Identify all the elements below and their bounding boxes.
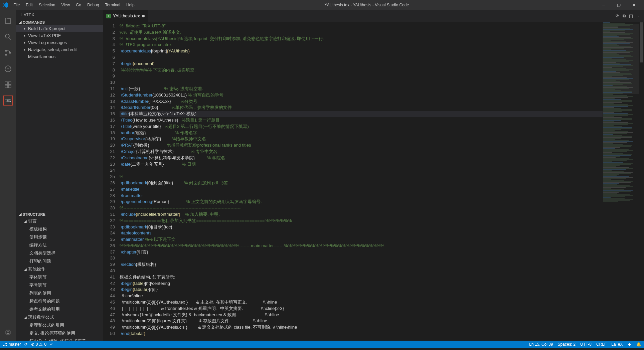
extensions-icon[interactable] [0, 77, 16, 93]
commands-section-header[interactable]: ◢COMMANDS [16, 19, 103, 25]
structure-section-header[interactable]: ◢STRUCTURE [16, 211, 103, 217]
status-feedback-icon[interactable]: ☻ [627, 342, 632, 347]
structure-item[interactable]: ◢玩转数学公式 [16, 313, 103, 321]
structure-item[interactable]: 字号调节 [16, 281, 103, 289]
structure-item[interactable]: 列表的使用 [16, 289, 103, 297]
structure-item[interactable]: 标点符号的问题 [16, 297, 103, 305]
svg-rect-7 [5, 82, 8, 84]
code-editor[interactable]: 1234567891011121314151617181920212223242… [103, 22, 644, 341]
status-sync[interactable]: ⟳ [24, 342, 28, 347]
debug-icon[interactable] [0, 61, 16, 77]
search-icon[interactable] [0, 29, 16, 45]
vscode-logo-icon [3, 2, 8, 8]
svg-rect-8 [8, 82, 11, 84]
code-content[interactable]: % !Mode:: "TeX:UTF-8"%% 请使用 XeLaTeX 编译本文… [120, 22, 603, 341]
structure-item[interactable]: ◢其他操作 [16, 265, 103, 273]
structure-item[interactable]: 定理和公式的引用 [16, 321, 103, 329]
split-editor-icon[interactable]: ◫ [629, 13, 633, 18]
tab-dirty-icon[interactable] [142, 15, 145, 17]
status-indent[interactable]: Spaces: 2 [558, 342, 576, 347]
status-language[interactable]: LaTeX [611, 342, 623, 347]
status-branch[interactable]: ⎇ master [3, 342, 21, 347]
cmd-navigate[interactable]: ▸Navigate, select, and edit [16, 46, 103, 53]
menu-file[interactable]: File [11, 1, 22, 9]
svg-rect-9 [5, 85, 8, 88]
status-eol[interactable]: CRLF [596, 342, 607, 347]
vertical-scrollbar[interactable] [639, 22, 644, 341]
menu-edit[interactable]: Edit [23, 1, 35, 9]
menu-terminal[interactable]: Terminal [103, 1, 123, 9]
line-numbers: 1234567891011121314151617181920212223242… [103, 22, 120, 341]
sidebar-title: LATEX [16, 10, 103, 19]
structure-item[interactable]: ◢引言 [16, 217, 103, 225]
structure-item[interactable]: 编译方法 [16, 241, 103, 249]
minimap[interactable] [603, 22, 639, 341]
svg-point-3 [5, 54, 7, 55]
menu-help[interactable]: Help [124, 1, 137, 9]
structure-item[interactable]: 字体调节 [16, 273, 103, 281]
menu-selection[interactable]: Selection [36, 1, 58, 9]
status-problems[interactable]: ⊘ 0 ⚠ 0 [31, 342, 46, 347]
structure-item[interactable]: 模板结构 [16, 225, 103, 233]
svg-point-2 [5, 50, 7, 51]
structure-header-label: STRUCTURE [23, 212, 45, 216]
status-cursor[interactable]: Ln 15, Col 39 [529, 342, 553, 347]
window-title: YAUthesis.tex - YAUthesis - Visual Studi… [137, 3, 596, 7]
menu-debug[interactable]: Debug [85, 1, 102, 9]
svg-rect-10 [8, 85, 11, 88]
structure-item[interactable]: 参考文献的引用 [16, 305, 103, 313]
settings-gear-icon[interactable] [0, 325, 16, 341]
menu-view[interactable]: View [58, 1, 72, 9]
cmd-view-pdf[interactable]: ▸View LaTeX PDF [16, 32, 103, 39]
open-changes-icon[interactable]: ⧉ [623, 13, 626, 19]
explorer-icon[interactable] [0, 13, 16, 29]
cmd-build[interactable]: ▸Build LaTeX project [16, 25, 103, 32]
tab-label: YAUthesis.tex [113, 13, 140, 18]
latex-workshop-icon[interactable]: TEX [3, 96, 13, 106]
svg-point-6 [8, 68, 8, 69]
svg-line-1 [9, 38, 11, 40]
structure-item[interactable]: 行内公式, 矩阵, 多行公式栗子 [16, 337, 103, 341]
status-encoding[interactable]: UTF-8 [580, 342, 592, 347]
tex-file-icon: T [106, 14, 111, 18]
svg-point-0 [5, 34, 9, 38]
svg-point-11 [7, 332, 9, 334]
status-bell-icon[interactable]: 🔔 [636, 342, 641, 347]
tab-yauthesis[interactable]: T YAUthesis.tex [103, 10, 148, 22]
compare-changes-icon[interactable]: ⟳ [616, 13, 619, 18]
cmd-view-log[interactable]: ▸View Log messages [16, 39, 103, 46]
menu-go[interactable]: Go [73, 1, 84, 9]
source-control-icon[interactable] [0, 45, 16, 61]
cmd-misc[interactable]: Miscellaneous [16, 53, 103, 60]
maximize-button[interactable]: ▢ [611, 0, 626, 10]
structure-item[interactable]: 定义, 推论等环境的使用 [16, 329, 103, 337]
minimize-button[interactable]: ─ [596, 0, 611, 10]
structure-item[interactable]: 打印的问题 [16, 257, 103, 265]
structure-item[interactable]: 文档类型选择 [16, 249, 103, 257]
close-button[interactable]: ✕ [626, 0, 641, 10]
commands-header-label: COMMANDS [23, 20, 45, 24]
status-check[interactable]: ✓ [50, 342, 53, 347]
structure-item[interactable]: 使用步骤 [16, 233, 103, 241]
more-actions-icon[interactable]: ⋯ [636, 13, 641, 18]
